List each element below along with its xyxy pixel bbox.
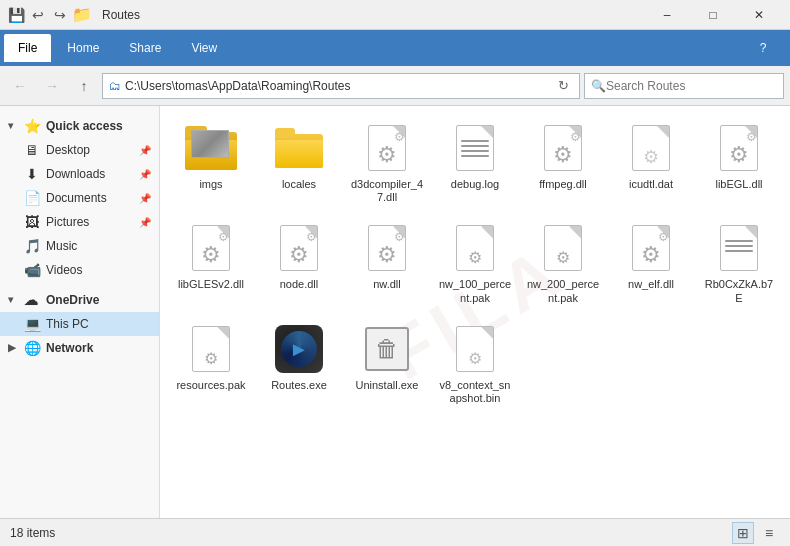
sidebar-item-music[interactable]: 🎵 Music	[0, 234, 159, 258]
file-item-uninstall[interactable]: 🗑 Uninstall.exe	[346, 317, 428, 411]
search-box[interactable]: 🔍	[584, 73, 784, 99]
file-icon-nwelf: ⚙ ⚙	[625, 222, 677, 274]
quick-access-chevron: ▾	[8, 120, 20, 132]
file-icon-imgs	[185, 122, 237, 174]
file-label-locales: locales	[282, 178, 316, 191]
videos-label: Videos	[46, 263, 82, 277]
onedrive-icon: ☁	[24, 292, 40, 308]
file-item-node[interactable]: ⚙ ⚙ node.dll	[258, 216, 340, 310]
file-label-rb0: Rb0CxZkA.b7E	[702, 278, 776, 304]
file-icon-libegl: ⚙ ⚙	[713, 122, 765, 174]
network-label: Network	[46, 341, 93, 355]
address-path: C:\Users\tomas\AppData\Roaming\Routes	[125, 79, 553, 93]
file-item-ffmpeg[interactable]: ⚙ ⚙ ffmpeg.dll	[522, 116, 604, 210]
file-label-d3dcompiler: d3dcompiler_47.dll	[350, 178, 424, 204]
close-button[interactable]: ✕	[736, 0, 782, 30]
refresh-button[interactable]: ↻	[553, 76, 573, 96]
file-icon-debuglog	[449, 122, 501, 174]
sidebar-item-downloads[interactable]: ⬇ Downloads 📌	[0, 162, 159, 186]
onedrive-chevron: ▾	[8, 294, 20, 306]
file-item-nw[interactable]: ⚙ ⚙ nw.dll	[346, 216, 428, 310]
quick-access-icon: 💾	[8, 7, 24, 23]
file-icon-routes-exe: ►	[273, 323, 325, 375]
file-label-libegl: libEGL.dll	[715, 178, 762, 191]
quick-access-label: Quick access	[46, 119, 123, 133]
file-item-nw200[interactable]: ⚙ nw_200_percent.pak	[522, 216, 604, 310]
file-icon-node: ⚙ ⚙	[273, 222, 325, 274]
folder-icon: 📁	[74, 7, 90, 23]
address-bar[interactable]: 🗂 C:\Users\tomas\AppData\Roaming\Routes …	[102, 73, 580, 99]
file-item-nwelf[interactable]: ⚙ ⚙ nw_elf.dll	[610, 216, 692, 310]
file-item-d3dcompiler[interactable]: ⚙ ⚙ d3dcompiler_47.dll	[346, 116, 428, 210]
onedrive-label: OneDrive	[46, 293, 99, 307]
file-item-rb0[interactable]: Rb0CxZkA.b7E	[698, 216, 780, 310]
file-icon-d3dcompiler: ⚙ ⚙	[361, 122, 413, 174]
file-item-locales[interactable]: locales	[258, 116, 340, 210]
file-item-v8[interactable]: ⚙ v8_context_snapshot.bin	[434, 317, 516, 411]
minimize-button[interactable]: –	[644, 0, 690, 30]
sidebar-item-documents[interactable]: 📄 Documents 📌	[0, 186, 159, 210]
sidebar-item-desktop[interactable]: 🖥 Desktop 📌	[0, 138, 159, 162]
music-label: Music	[46, 239, 77, 253]
file-icon-nw100: ⚙	[449, 222, 501, 274]
tab-view[interactable]: View	[177, 34, 231, 62]
pin-icon-doc: 📌	[139, 193, 151, 204]
thispc-icon: 💻	[24, 316, 40, 332]
large-icons-view-button[interactable]: ⊞	[732, 522, 754, 544]
list-view-button[interactable]: ≡	[758, 522, 780, 544]
file-label-v8: v8_context_snapshot.bin	[438, 379, 512, 405]
file-label-libglesv2: libGLESv2.dll	[178, 278, 244, 291]
downloads-label: Downloads	[46, 167, 105, 181]
ribbon-help-button[interactable]: ?	[740, 33, 786, 63]
sidebar-item-videos[interactable]: 📹 Videos	[0, 258, 159, 282]
search-icon: 🔍	[591, 79, 606, 93]
file-item-icudtl[interactable]: ⚙ icudtl.dat	[610, 116, 692, 210]
downloads-icon: ⬇	[24, 166, 40, 182]
address-path-icon: 🗂	[109, 79, 121, 93]
pin-icon: 📌	[139, 145, 151, 156]
file-icon-nw200: ⚙	[537, 222, 589, 274]
forward-button[interactable]: →	[38, 72, 66, 100]
onedrive-header[interactable]: ▾ ☁ OneDrive	[0, 288, 159, 312]
network-header[interactable]: ▶ 🌐 Network	[0, 336, 159, 360]
toolbar: ← → ↑ 🗂 C:\Users\tomas\AppData\Roaming\R…	[0, 66, 790, 106]
up-button[interactable]: ↑	[70, 72, 98, 100]
file-item-imgs[interactable]: imgs	[170, 116, 252, 210]
tab-file[interactable]: File	[4, 34, 51, 62]
desktop-label: Desktop	[46, 143, 90, 157]
file-icon-uninstall: 🗑	[361, 323, 413, 375]
pictures-icon: 🖼	[24, 214, 40, 230]
file-icon-libglesv2: ⚙ ⚙	[185, 222, 237, 274]
quick-access-header[interactable]: ▾ ⭐ Quick access	[0, 114, 159, 138]
file-label-nwelf: nw_elf.dll	[628, 278, 674, 291]
tab-home[interactable]: Home	[53, 34, 113, 62]
music-icon: 🎵	[24, 238, 40, 254]
thispc-label: This PC	[46, 317, 89, 331]
file-label-icudtl: icudtl.dat	[629, 178, 673, 191]
view-controls: ⊞ ≡	[732, 522, 780, 544]
search-input[interactable]	[606, 79, 777, 93]
network-icon: 🌐	[24, 340, 40, 356]
file-item-libglesv2[interactable]: ⚙ ⚙ libGLESv2.dll	[170, 216, 252, 310]
maximize-button[interactable]: □	[690, 0, 736, 30]
file-item-debuglog[interactable]: debug.log	[434, 116, 516, 210]
sidebar-item-pictures[interactable]: 🖼 Pictures 📌	[0, 210, 159, 234]
file-icon-ffmpeg: ⚙ ⚙	[537, 122, 589, 174]
file-icon-v8: ⚙	[449, 323, 501, 375]
file-grid: imgs locales ⚙	[170, 116, 780, 411]
file-item-routes-exe[interactable]: ► Routes.exe	[258, 317, 340, 411]
file-icon-resources: ⚙	[185, 323, 237, 375]
file-label-nw: nw.dll	[373, 278, 401, 291]
file-icon-locales	[273, 122, 325, 174]
back-button[interactable]: ←	[6, 72, 34, 100]
file-item-nw100[interactable]: ⚙ nw_100_percent.pak	[434, 216, 516, 310]
file-item-resources[interactable]: ⚙ resources.pak	[170, 317, 252, 411]
file-item-libegl[interactable]: ⚙ ⚙ libEGL.dll	[698, 116, 780, 210]
sidebar-item-thispc[interactable]: 💻 This PC	[0, 312, 159, 336]
main-area: ▾ ⭐ Quick access 🖥 Desktop 📌 ⬇ Downloads…	[0, 106, 790, 518]
pin-icon-dl: 📌	[139, 169, 151, 180]
tab-share[interactable]: Share	[115, 34, 175, 62]
redo-icon: ↪	[52, 7, 68, 23]
file-label-node: node.dll	[280, 278, 319, 291]
pictures-label: Pictures	[46, 215, 89, 229]
